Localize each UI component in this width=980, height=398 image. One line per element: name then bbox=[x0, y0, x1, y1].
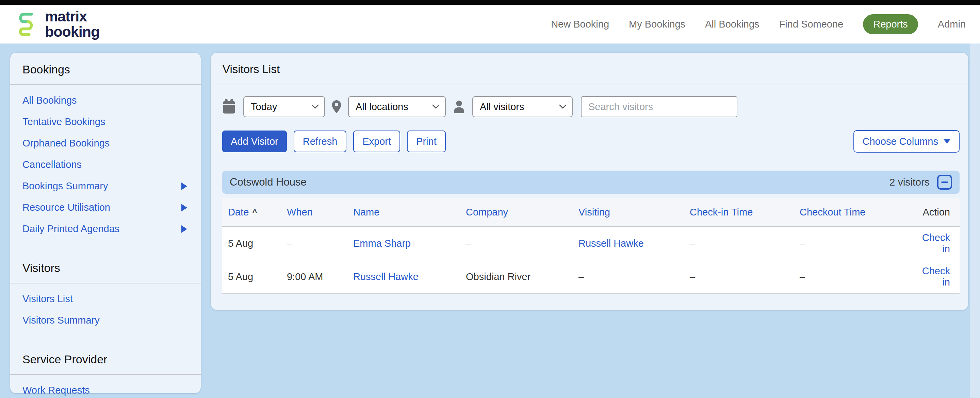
triangle-right-icon bbox=[181, 204, 187, 211]
sidebar-item-orphaned-bookings[interactable]: Orphaned Bookings bbox=[10, 133, 201, 154]
top-black-bar bbox=[0, 0, 980, 5]
location-group-header: Cotswold House 2 visitors bbox=[222, 171, 959, 194]
chevron-down-icon bbox=[311, 104, 319, 109]
column-header-when[interactable]: When bbox=[287, 207, 353, 218]
sidebar-item-visitors-summary[interactable]: Visitors Summary bbox=[10, 310, 201, 331]
triangle-right-icon bbox=[181, 182, 187, 190]
sidebar-item-daily-printed-agendas[interactable]: Daily Printed Agendas bbox=[10, 218, 201, 239]
column-header-name[interactable]: Name bbox=[353, 207, 466, 218]
choose-columns-label: Choose Columns bbox=[862, 136, 938, 147]
visitor-name-link[interactable]: Emma Sharp bbox=[353, 238, 466, 249]
cell-checkout-time: – bbox=[800, 238, 914, 249]
cell-date: 5 Aug bbox=[228, 238, 287, 249]
cell-visiting: – bbox=[579, 271, 690, 282]
visitors-table: Date^ When Name Company Visiting Check-i… bbox=[222, 198, 959, 294]
visitor-name-link[interactable]: Russell Hawke bbox=[353, 271, 466, 282]
cell-date: 5 Aug bbox=[228, 271, 287, 282]
app-header: matrix booking New Booking My Bookings A… bbox=[0, 5, 980, 43]
choose-columns-button[interactable]: Choose Columns bbox=[853, 130, 959, 152]
cell-when: 9:00 AM bbox=[287, 271, 353, 282]
sidebar-item-label: Bookings Summary bbox=[22, 181, 108, 192]
cell-checkout-time: – bbox=[800, 271, 914, 282]
sidebar-item-resource-utilisation[interactable]: Resource Utilisation bbox=[10, 197, 201, 218]
cell-checkin-time: – bbox=[690, 271, 800, 282]
sidebar-item-label: Work Requests bbox=[22, 385, 90, 396]
divider bbox=[211, 85, 968, 85]
caret-down-icon bbox=[943, 140, 950, 143]
sidebar-item-all-bookings[interactable]: All Bookings bbox=[10, 90, 201, 111]
nav-find-someone[interactable]: Find Someone bbox=[779, 19, 843, 30]
person-icon bbox=[453, 100, 465, 113]
chevron-down-icon bbox=[559, 104, 566, 109]
sidebar-section-title-bookings: Bookings bbox=[10, 53, 201, 84]
sidebar-list-bookings: All Bookings Tentative Bookings Orphaned… bbox=[10, 85, 201, 243]
page-title: Visitors List bbox=[211, 53, 968, 85]
column-header-action: Action bbox=[914, 207, 950, 218]
cell-checkin-time: – bbox=[690, 238, 800, 249]
check-in-link[interactable]: Check in bbox=[914, 265, 950, 288]
column-header-company[interactable]: Company bbox=[466, 207, 579, 218]
nav-my-bookings[interactable]: My Bookings bbox=[629, 19, 685, 30]
add-visitor-button[interactable]: Add Visitor bbox=[222, 130, 287, 152]
search-input[interactable] bbox=[581, 96, 737, 117]
calendar-icon bbox=[222, 99, 236, 114]
location-filter-select[interactable]: All locations bbox=[348, 96, 446, 117]
logo-wordmark: matrix booking bbox=[45, 9, 99, 40]
sidebar-item-cancellations[interactable]: Cancellations bbox=[10, 154, 201, 175]
table-row: 5 Aug 9:00 AM Russell Hawke Obsidian Riv… bbox=[222, 260, 959, 294]
date-filter-select[interactable]: Today bbox=[243, 96, 325, 117]
sidebar-list-visitors: Visitors List Visitors Summary bbox=[10, 284, 201, 335]
logo-line1: matrix bbox=[45, 9, 99, 24]
sidebar-item-label: Visitors Summary bbox=[22, 315, 100, 326]
location-pin-icon bbox=[332, 100, 341, 113]
column-header-checkout[interactable]: Checkout Time bbox=[800, 207, 914, 218]
sidebar-item-label: Cancellations bbox=[22, 159, 82, 170]
sidebar-item-tentative-bookings[interactable]: Tentative Bookings bbox=[10, 111, 201, 133]
logo-line2: booking bbox=[45, 24, 99, 40]
sidebar-item-label: Visitors List bbox=[22, 293, 73, 304]
top-navigation: New Booking My Bookings All Bookings Fin… bbox=[551, 14, 966, 34]
filter-row: Today All locations All visitors bbox=[222, 96, 959, 117]
reports-sidebar: Bookings All Bookings Tentative Bookings… bbox=[10, 53, 201, 393]
sidebar-item-work-requests[interactable]: Work Requests bbox=[10, 380, 201, 398]
visitors-list-panel: Visitors List Today bbox=[211, 53, 968, 310]
cell-company: Obsidian River bbox=[466, 271, 579, 282]
date-filter-value: Today bbox=[251, 101, 277, 113]
column-header-date[interactable]: Date^ bbox=[228, 207, 287, 218]
page-background: Bookings All Bookings Tentative Bookings… bbox=[0, 43, 980, 398]
cell-when: – bbox=[287, 238, 353, 249]
sidebar-item-bookings-summary[interactable]: Bookings Summary bbox=[10, 175, 201, 197]
nav-all-bookings[interactable]: All Bookings bbox=[705, 19, 759, 30]
visitor-count: 2 visitors bbox=[889, 176, 930, 188]
visiting-host-link[interactable]: Russell Hawke bbox=[579, 238, 690, 249]
nav-admin[interactable]: Admin bbox=[938, 19, 966, 30]
scrollbar-track[interactable] bbox=[970, 43, 980, 398]
caret-up-icon: ^ bbox=[252, 208, 257, 217]
column-header-visiting[interactable]: Visiting bbox=[579, 207, 690, 218]
column-header-checkin[interactable]: Check-in Time bbox=[690, 207, 800, 218]
sidebar-item-label: Resource Utilisation bbox=[22, 202, 110, 213]
minus-square-icon[interactable] bbox=[937, 175, 952, 190]
action-button-row: Add Visitor Refresh Export Print Choose … bbox=[222, 130, 959, 152]
visitor-filter-value: All visitors bbox=[480, 101, 524, 113]
sidebar-item-visitors-list[interactable]: Visitors List bbox=[10, 288, 201, 310]
panel-body: Today All locations All visitors bbox=[211, 96, 968, 310]
sidebar-item-label: Tentative Bookings bbox=[22, 116, 105, 127]
sidebar-section-title-visitors: Visitors bbox=[10, 243, 201, 283]
chevron-down-icon bbox=[432, 104, 440, 109]
nav-new-booking[interactable]: New Booking bbox=[551, 19, 609, 30]
matrix-booking-logo[interactable]: matrix booking bbox=[14, 9, 99, 40]
table-row: 5 Aug – Emma Sharp – Russell Hawke – – C… bbox=[222, 227, 959, 260]
table-header-row: Date^ When Name Company Visiting Check-i… bbox=[222, 198, 959, 227]
export-button[interactable]: Export bbox=[353, 130, 400, 152]
check-in-link[interactable]: Check in bbox=[914, 232, 950, 255]
group-name: Cotswold House bbox=[230, 176, 307, 188]
refresh-button[interactable]: Refresh bbox=[294, 130, 347, 152]
sidebar-item-label: Daily Printed Agendas bbox=[22, 223, 119, 235]
matrix-booking-logo-icon bbox=[14, 11, 38, 37]
visitor-filter-select[interactable]: All visitors bbox=[472, 96, 573, 117]
print-button[interactable]: Print bbox=[407, 130, 446, 152]
location-filter-value: All locations bbox=[356, 101, 408, 113]
nav-reports[interactable]: Reports bbox=[863, 14, 918, 34]
group-header-right: 2 visitors bbox=[889, 175, 952, 190]
